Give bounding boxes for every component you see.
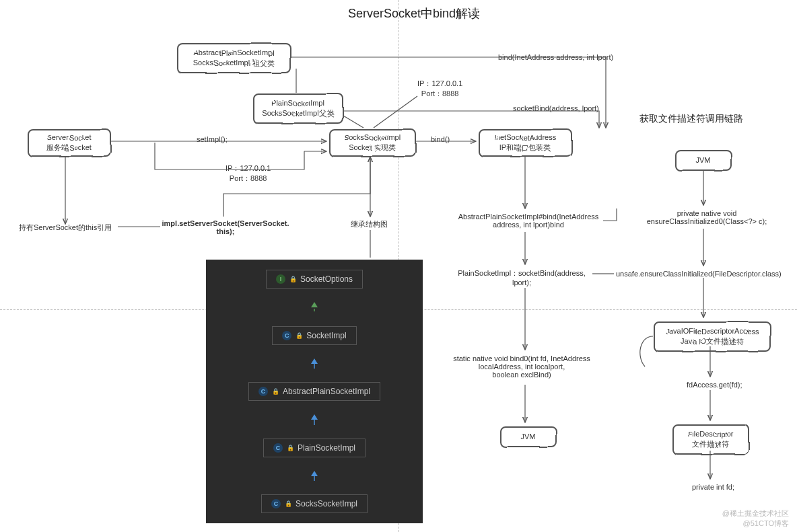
label-bind-call: bind() — [431, 135, 450, 143]
class-icon: C — [282, 331, 291, 340]
lock-icon: 🔒 — [289, 276, 296, 282]
watermark-juejin: @稀土掘金技术社区 — [722, 508, 789, 519]
watermark-51cto: @51CTO博客 — [743, 519, 789, 529]
label-hold-this: 持有ServerSocket的this引用 — [19, 223, 112, 233]
interface-icon: I — [276, 274, 285, 284]
right-subtitle: 获取文件描述符调用链路 — [639, 113, 743, 125]
box-server-socket: ServerSocket 服务端Socket — [27, 128, 111, 157]
class-icon: C — [271, 499, 281, 508]
uml-socket-options: I 🔒 SocketOptions — [266, 270, 363, 289]
label-ip-port-lower: IP：127.0.0.1 Port：8888 — [226, 163, 271, 184]
label-bind-inet: bind(InetAddress address, int lport) — [498, 53, 613, 61]
lock-icon: 🔒 — [272, 388, 279, 395]
box-jvm-right: JVM — [674, 149, 732, 171]
label-ip-port-upper: IP：127.0.0.1 Port：8888 — [417, 79, 462, 99]
lock-icon: 🔒 — [285, 500, 291, 507]
uml-arrow-3 — [308, 414, 321, 425]
diagram-title: ServerSocket中bind解读 — [348, 5, 480, 22]
box-java-io-file-descriptor-access: JavaIOFileDescriptorAccess Java IO文件描述符 — [653, 321, 771, 352]
label-impl-set-server: impl.setServerSocket(ServerSocket.this); — [162, 219, 289, 235]
label-inherit-diagram: 继承结构图 — [351, 219, 388, 229]
uml-arrow-4 — [308, 471, 321, 482]
label-native-bind0: static native void bind0(int fd, InetAdd… — [444, 354, 599, 379]
uml-plain-socket: C 🔒 PlainSocketImpl — [263, 439, 366, 457]
svg-marker-1 — [311, 302, 318, 307]
label-private-native: private native void ensureClassInitializ… — [643, 209, 771, 225]
uml-socket-impl: C 🔒 SocketImpl — [272, 326, 356, 345]
svg-marker-3 — [311, 358, 318, 364]
box-plain-socket-impl: PlainSocketImpl SocksSocketImpl父类 — [252, 93, 343, 124]
box-inet-socket-address: InetSocketAddress IP和端口包装类 — [478, 128, 572, 157]
svg-marker-5 — [311, 414, 318, 420]
lock-icon: 🔒 — [287, 445, 293, 451]
uml-arrow-1 — [308, 302, 321, 313]
uml-socks-socket: C 🔒 SocksSocketImpl — [261, 494, 368, 513]
label-set-impl: setImpl(); — [197, 135, 228, 143]
box-socks-socket-impl: SocksSocketImpl Socket 实现类 — [328, 128, 416, 157]
label-plain-socket-bind: PlainSocketImpl：socketBind(address, lpor… — [454, 268, 589, 287]
box-file-descriptor: FileDescriptor 文件描述符 — [672, 424, 749, 455]
svg-marker-7 — [311, 471, 318, 476]
box-jvm-center: JVM — [499, 426, 557, 447]
label-private-int-fd: private int fd; — [692, 483, 734, 491]
box-abstract-plain-socket-impl: AbstractPlainSocketImpl SocksSocketImpl … — [176, 42, 291, 73]
svg-line-12 — [374, 96, 417, 128]
svg-line-11 — [343, 116, 363, 128]
label-unsafe-ensure: unsafe.ensureClassInitialized(FileDescri… — [616, 270, 782, 278]
lock-icon: 🔒 — [296, 332, 302, 339]
label-abstract-bind: AbstractPlainSocketImpl#bind(InetAddress… — [454, 213, 602, 229]
uml-arrow-2 — [308, 358, 321, 369]
class-icon: C — [273, 443, 283, 453]
uml-abstract-plain: C 🔒 AbstractPlainSocketImpl — [248, 382, 380, 401]
label-fd-access-get: fdAccess.get(fd); — [687, 381, 742, 389]
class-icon: C — [258, 387, 268, 396]
label-socket-bind: socketBind(address, lport) — [513, 104, 599, 112]
uml-inheritance-panel: I 🔒 SocketOptions C 🔒 SocketImpl C 🔒 Abs… — [206, 260, 423, 523]
